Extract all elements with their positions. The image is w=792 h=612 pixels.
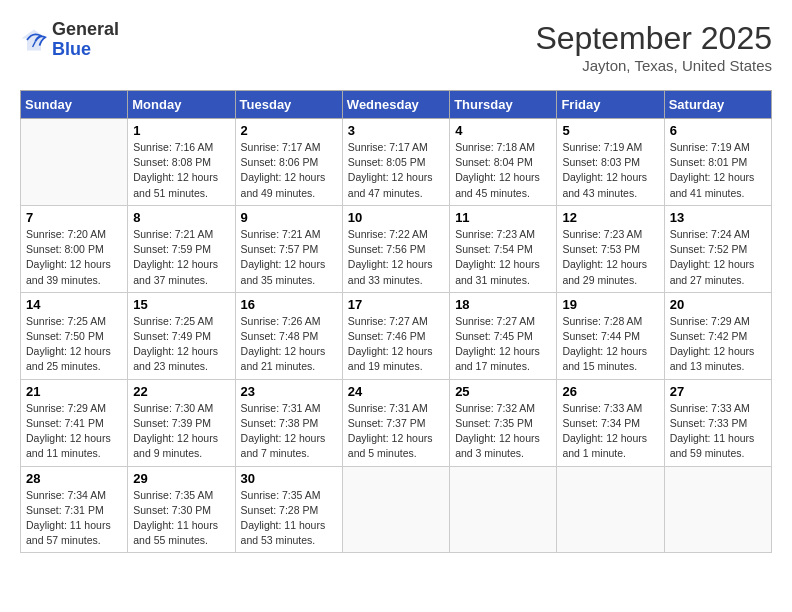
day-number: 15 — [133, 297, 229, 312]
day-cell — [664, 466, 771, 553]
day-number: 24 — [348, 384, 444, 399]
day-info: Sunrise: 7:18 AM Sunset: 8:04 PM Dayligh… — [455, 140, 551, 201]
day-number: 20 — [670, 297, 766, 312]
day-cell: 25Sunrise: 7:32 AM Sunset: 7:35 PM Dayli… — [450, 379, 557, 466]
header-friday: Friday — [557, 91, 664, 119]
day-number: 7 — [26, 210, 122, 225]
day-number: 30 — [241, 471, 337, 486]
day-number: 23 — [241, 384, 337, 399]
day-number: 18 — [455, 297, 551, 312]
title-block: September 2025 Jayton, Texas, United Sta… — [535, 20, 772, 74]
day-info: Sunrise: 7:25 AM Sunset: 7:50 PM Dayligh… — [26, 314, 122, 375]
day-number: 3 — [348, 123, 444, 138]
logo-icon — [20, 26, 48, 54]
day-number: 16 — [241, 297, 337, 312]
day-cell: 5Sunrise: 7:19 AM Sunset: 8:03 PM Daylig… — [557, 119, 664, 206]
logo: General Blue — [20, 20, 119, 60]
day-cell: 1Sunrise: 7:16 AM Sunset: 8:08 PM Daylig… — [128, 119, 235, 206]
day-number: 9 — [241, 210, 337, 225]
day-info: Sunrise: 7:23 AM Sunset: 7:54 PM Dayligh… — [455, 227, 551, 288]
day-info: Sunrise: 7:19 AM Sunset: 8:01 PM Dayligh… — [670, 140, 766, 201]
day-info: Sunrise: 7:21 AM Sunset: 7:59 PM Dayligh… — [133, 227, 229, 288]
header-thursday: Thursday — [450, 91, 557, 119]
day-cell: 24Sunrise: 7:31 AM Sunset: 7:37 PM Dayli… — [342, 379, 449, 466]
header-tuesday: Tuesday — [235, 91, 342, 119]
day-cell: 11Sunrise: 7:23 AM Sunset: 7:54 PM Dayli… — [450, 205, 557, 292]
day-number: 14 — [26, 297, 122, 312]
day-cell: 4Sunrise: 7:18 AM Sunset: 8:04 PM Daylig… — [450, 119, 557, 206]
header-wednesday: Wednesday — [342, 91, 449, 119]
day-number: 29 — [133, 471, 229, 486]
day-cell: 2Sunrise: 7:17 AM Sunset: 8:06 PM Daylig… — [235, 119, 342, 206]
day-info: Sunrise: 7:34 AM Sunset: 7:31 PM Dayligh… — [26, 488, 122, 549]
header-sunday: Sunday — [21, 91, 128, 119]
header-saturday: Saturday — [664, 91, 771, 119]
day-info: Sunrise: 7:29 AM Sunset: 7:41 PM Dayligh… — [26, 401, 122, 462]
day-number: 22 — [133, 384, 229, 399]
days-header-row: SundayMondayTuesdayWednesdayThursdayFrid… — [21, 91, 772, 119]
day-number: 28 — [26, 471, 122, 486]
day-cell: 20Sunrise: 7:29 AM Sunset: 7:42 PM Dayli… — [664, 292, 771, 379]
day-info: Sunrise: 7:33 AM Sunset: 7:33 PM Dayligh… — [670, 401, 766, 462]
calendar-table: SundayMondayTuesdayWednesdayThursdayFrid… — [20, 90, 772, 553]
day-number: 21 — [26, 384, 122, 399]
day-number: 27 — [670, 384, 766, 399]
day-cell: 16Sunrise: 7:26 AM Sunset: 7:48 PM Dayli… — [235, 292, 342, 379]
week-row-4: 21Sunrise: 7:29 AM Sunset: 7:41 PM Dayli… — [21, 379, 772, 466]
day-cell: 17Sunrise: 7:27 AM Sunset: 7:46 PM Dayli… — [342, 292, 449, 379]
day-info: Sunrise: 7:33 AM Sunset: 7:34 PM Dayligh… — [562, 401, 658, 462]
day-info: Sunrise: 7:27 AM Sunset: 7:46 PM Dayligh… — [348, 314, 444, 375]
day-number: 26 — [562, 384, 658, 399]
page-header: General Blue September 2025 Jayton, Texa… — [20, 20, 772, 74]
day-number: 19 — [562, 297, 658, 312]
day-cell: 6Sunrise: 7:19 AM Sunset: 8:01 PM Daylig… — [664, 119, 771, 206]
header-monday: Monday — [128, 91, 235, 119]
day-cell: 19Sunrise: 7:28 AM Sunset: 7:44 PM Dayli… — [557, 292, 664, 379]
day-info: Sunrise: 7:29 AM Sunset: 7:42 PM Dayligh… — [670, 314, 766, 375]
week-row-2: 7Sunrise: 7:20 AM Sunset: 8:00 PM Daylig… — [21, 205, 772, 292]
day-number: 25 — [455, 384, 551, 399]
day-number: 17 — [348, 297, 444, 312]
day-cell: 10Sunrise: 7:22 AM Sunset: 7:56 PM Dayli… — [342, 205, 449, 292]
day-info: Sunrise: 7:31 AM Sunset: 7:37 PM Dayligh… — [348, 401, 444, 462]
day-cell: 14Sunrise: 7:25 AM Sunset: 7:50 PM Dayli… — [21, 292, 128, 379]
day-cell: 7Sunrise: 7:20 AM Sunset: 8:00 PM Daylig… — [21, 205, 128, 292]
day-number: 6 — [670, 123, 766, 138]
day-cell — [557, 466, 664, 553]
day-cell: 21Sunrise: 7:29 AM Sunset: 7:41 PM Dayli… — [21, 379, 128, 466]
logo-text: General Blue — [52, 20, 119, 60]
day-info: Sunrise: 7:30 AM Sunset: 7:39 PM Dayligh… — [133, 401, 229, 462]
day-cell: 15Sunrise: 7:25 AM Sunset: 7:49 PM Dayli… — [128, 292, 235, 379]
day-cell — [342, 466, 449, 553]
day-cell — [21, 119, 128, 206]
day-number: 10 — [348, 210, 444, 225]
day-cell: 12Sunrise: 7:23 AM Sunset: 7:53 PM Dayli… — [557, 205, 664, 292]
day-number: 4 — [455, 123, 551, 138]
day-number: 8 — [133, 210, 229, 225]
day-info: Sunrise: 7:23 AM Sunset: 7:53 PM Dayligh… — [562, 227, 658, 288]
day-info: Sunrise: 7:17 AM Sunset: 8:06 PM Dayligh… — [241, 140, 337, 201]
day-number: 1 — [133, 123, 229, 138]
day-info: Sunrise: 7:19 AM Sunset: 8:03 PM Dayligh… — [562, 140, 658, 201]
day-cell: 30Sunrise: 7:35 AM Sunset: 7:28 PM Dayli… — [235, 466, 342, 553]
day-cell: 26Sunrise: 7:33 AM Sunset: 7:34 PM Dayli… — [557, 379, 664, 466]
day-cell: 23Sunrise: 7:31 AM Sunset: 7:38 PM Dayli… — [235, 379, 342, 466]
day-info: Sunrise: 7:35 AM Sunset: 7:30 PM Dayligh… — [133, 488, 229, 549]
day-info: Sunrise: 7:26 AM Sunset: 7:48 PM Dayligh… — [241, 314, 337, 375]
day-info: Sunrise: 7:16 AM Sunset: 8:08 PM Dayligh… — [133, 140, 229, 201]
day-number: 12 — [562, 210, 658, 225]
day-info: Sunrise: 7:32 AM Sunset: 7:35 PM Dayligh… — [455, 401, 551, 462]
day-info: Sunrise: 7:22 AM Sunset: 7:56 PM Dayligh… — [348, 227, 444, 288]
day-cell: 13Sunrise: 7:24 AM Sunset: 7:52 PM Dayli… — [664, 205, 771, 292]
day-info: Sunrise: 7:25 AM Sunset: 7:49 PM Dayligh… — [133, 314, 229, 375]
day-cell: 22Sunrise: 7:30 AM Sunset: 7:39 PM Dayli… — [128, 379, 235, 466]
day-info: Sunrise: 7:28 AM Sunset: 7:44 PM Dayligh… — [562, 314, 658, 375]
day-info: Sunrise: 7:31 AM Sunset: 7:38 PM Dayligh… — [241, 401, 337, 462]
day-number: 5 — [562, 123, 658, 138]
week-row-1: 1Sunrise: 7:16 AM Sunset: 8:08 PM Daylig… — [21, 119, 772, 206]
week-row-3: 14Sunrise: 7:25 AM Sunset: 7:50 PM Dayli… — [21, 292, 772, 379]
day-info: Sunrise: 7:24 AM Sunset: 7:52 PM Dayligh… — [670, 227, 766, 288]
month-title: September 2025 — [535, 20, 772, 57]
day-info: Sunrise: 7:35 AM Sunset: 7:28 PM Dayligh… — [241, 488, 337, 549]
day-number: 2 — [241, 123, 337, 138]
